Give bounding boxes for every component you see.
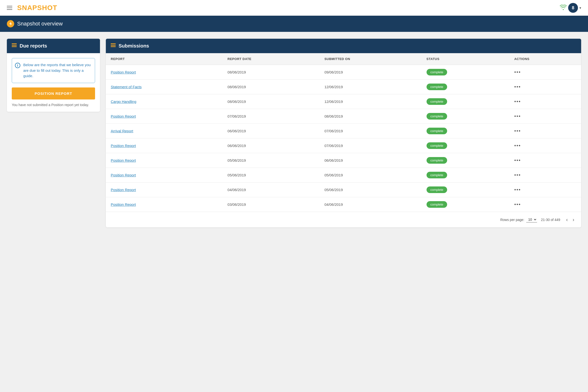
- report-link-cell: Cargo Handling: [106, 94, 223, 109]
- col-report-date: REPORT DATE: [223, 53, 320, 65]
- submissions-panel: Submissions REPORT REPORT DATE SUBMITTED…: [106, 39, 581, 227]
- report-link-cell: Arrival Report: [106, 124, 223, 138]
- report-link-cell: Position Report: [106, 153, 223, 168]
- actions-menu-button[interactable]: •••: [514, 84, 521, 90]
- not-submitted-text: You have not submitted a Position report…: [12, 103, 95, 107]
- report-link[interactable]: Position Report: [111, 114, 136, 118]
- report-link[interactable]: Arrival Report: [111, 129, 133, 133]
- submitted-on-cell: 12/06/2019: [320, 94, 422, 109]
- actions-cell: •••: [509, 153, 581, 168]
- report-date-cell: 03/06/2019: [223, 197, 320, 212]
- hamburger-menu[interactable]: [7, 6, 12, 10]
- status-cell: complete: [422, 182, 509, 197]
- report-date-cell: 06/06/2019: [223, 124, 320, 138]
- main-content: Due reports i Below are the reports that…: [0, 32, 588, 234]
- submissions-header: Submissions: [106, 39, 581, 53]
- submitted-on-cell: 06/06/2019: [320, 153, 422, 168]
- submitted-on-cell: 05/06/2019: [320, 168, 422, 182]
- info-text: Below are the reports that we believe yo…: [23, 62, 91, 79]
- chevron-down-icon[interactable]: ▾: [580, 6, 581, 10]
- actions-menu-button[interactable]: •••: [514, 128, 521, 134]
- report-date-cell: 08/06/2019: [223, 94, 320, 109]
- page-nav: ‹ ›: [564, 216, 576, 224]
- pagination: Rows per page: 10 25 50 21-30 of 449 ‹ ›: [106, 212, 581, 227]
- status-badge: complete: [426, 84, 447, 90]
- svg-rect-0: [12, 43, 17, 44]
- rows-per-page: Rows per page: 10 25 50: [500, 217, 537, 222]
- col-report: REPORT: [106, 53, 223, 65]
- status-cell: complete: [422, 197, 509, 212]
- table-row: Position Report 06/06/2019 07/06/2019 co…: [106, 138, 581, 153]
- submissions-header-icon: [111, 43, 116, 48]
- status-badge: complete: [426, 69, 447, 76]
- rows-per-page-label: Rows per page:: [500, 218, 524, 222]
- report-link[interactable]: Position Report: [111, 202, 136, 206]
- actions-menu-button[interactable]: •••: [514, 99, 521, 104]
- actions-menu-button[interactable]: •••: [514, 143, 521, 148]
- table-row: Cargo Handling 08/06/2019 12/06/2019 com…: [106, 94, 581, 109]
- submissions-title: Submissions: [118, 43, 149, 49]
- svg-rect-5: [111, 43, 116, 44]
- status-badge: complete: [426, 157, 447, 164]
- status-cell: complete: [422, 65, 509, 80]
- actions-cell: •••: [509, 80, 581, 94]
- status-badge: complete: [426, 201, 447, 208]
- status-cell: complete: [422, 168, 509, 182]
- rows-per-page-select[interactable]: 10 25 50: [526, 217, 537, 222]
- info-box: i Below are the reports that we believe …: [12, 58, 95, 83]
- wifi-icon: [560, 5, 567, 11]
- user-avatar[interactable]: 8: [568, 3, 578, 13]
- report-date-cell: 05/06/2019: [223, 168, 320, 182]
- submitted-on-cell: 07/06/2019: [320, 124, 422, 138]
- submitted-on-cell: 05/06/2019: [320, 182, 422, 197]
- col-submitted-on: SUBMITTED ON: [320, 53, 422, 65]
- due-reports-body: i Below are the reports that we believe …: [7, 53, 100, 112]
- status-badge: complete: [426, 172, 447, 178]
- table-row: Arrival Report 06/06/2019 07/06/2019 com…: [106, 124, 581, 138]
- report-link-cell: Position Report: [106, 168, 223, 182]
- svg-rect-2: [12, 46, 17, 47]
- table-row: Position Report 08/06/2019 09/06/2019 co…: [106, 65, 581, 80]
- report-link-cell: Position Report: [106, 65, 223, 80]
- report-link[interactable]: Position Report: [111, 70, 136, 74]
- status-badge: complete: [426, 98, 447, 105]
- report-link[interactable]: Cargo Handling: [111, 100, 136, 104]
- table-row: Position Report 03/06/2019 04/06/2019 co…: [106, 197, 581, 212]
- report-link-cell: Position Report: [106, 197, 223, 212]
- actions-cell: •••: [509, 65, 581, 80]
- report-link[interactable]: Position Report: [111, 158, 136, 162]
- actions-menu-button[interactable]: •••: [514, 172, 521, 178]
- report-link[interactable]: Position Report: [111, 188, 136, 192]
- actions-menu-button[interactable]: •••: [514, 187, 521, 192]
- status-badge: complete: [426, 186, 447, 193]
- report-date-cell: 05/06/2019: [223, 153, 320, 168]
- actions-cell: •••: [509, 182, 581, 197]
- breadcrumb-icon: [7, 20, 14, 28]
- submitted-on-cell: 07/06/2019: [320, 138, 422, 153]
- actions-menu-button[interactable]: •••: [514, 114, 521, 119]
- report-link[interactable]: Position Report: [111, 173, 136, 177]
- submissions-table: REPORT REPORT DATE SUBMITTED ON STATUS A…: [106, 53, 581, 212]
- submissions-table-container: REPORT REPORT DATE SUBMITTED ON STATUS A…: [106, 53, 581, 212]
- actions-menu-button[interactable]: •••: [514, 69, 521, 75]
- breadcrumb-text: Snapshot overview: [17, 20, 63, 27]
- report-link-cell: Statement of Facts: [106, 80, 223, 94]
- due-reports-panel: Due reports i Below are the reports that…: [7, 39, 100, 112]
- position-report-button[interactable]: POSITION REPORT: [12, 88, 95, 100]
- report-link[interactable]: Position Report: [111, 144, 136, 148]
- status-cell: complete: [422, 153, 509, 168]
- actions-menu-button[interactable]: •••: [514, 158, 521, 163]
- status-cell: complete: [422, 138, 509, 153]
- submitted-on-cell: 04/06/2019: [320, 197, 422, 212]
- actions-menu-button[interactable]: •••: [514, 202, 521, 207]
- prev-page-button[interactable]: ‹: [564, 216, 570, 224]
- actions-cell: •••: [509, 124, 581, 138]
- col-actions: ACTIONS: [509, 53, 581, 65]
- status-badge: complete: [426, 128, 447, 134]
- actions-cell: •••: [509, 197, 581, 212]
- report-link[interactable]: Statement of Facts: [111, 85, 142, 89]
- next-page-button[interactable]: ›: [570, 216, 576, 224]
- submitted-on-cell: 08/06/2019: [320, 109, 422, 124]
- report-date-cell: 04/06/2019: [223, 182, 320, 197]
- table-row: Position Report 04/06/2019 05/06/2019 co…: [106, 182, 581, 197]
